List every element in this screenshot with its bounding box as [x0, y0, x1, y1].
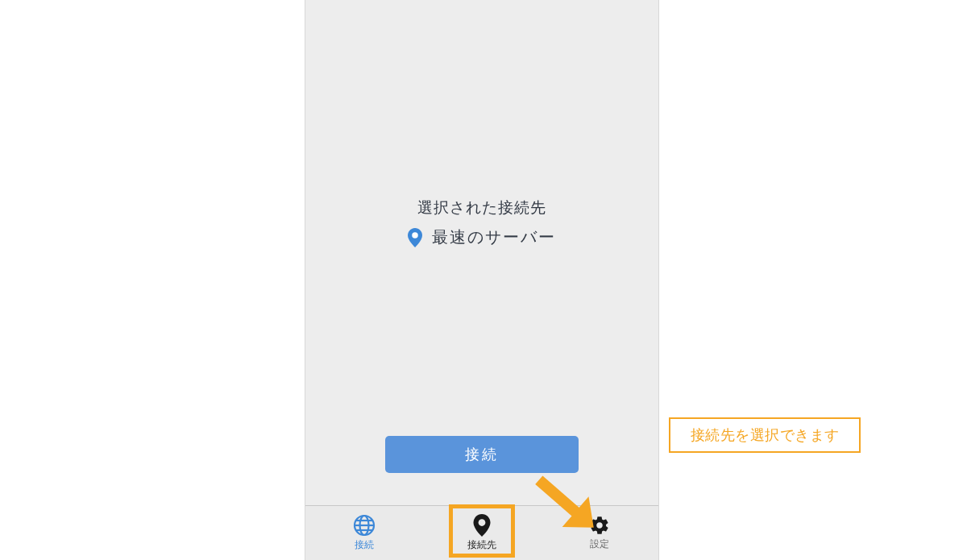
- tab-connect[interactable]: 接続: [330, 509, 399, 558]
- tab-bar: 接続 接続先 設定: [305, 505, 658, 560]
- server-name-text: 最速のサーバー: [432, 226, 556, 248]
- connect-button[interactable]: 接続: [385, 436, 579, 473]
- tab-destination[interactable]: 接続先: [447, 509, 517, 558]
- tab-connect-label: 接続: [355, 538, 374, 552]
- svg-point-0: [412, 232, 418, 239]
- annotation-callout: 接続先を選択できます: [669, 417, 861, 453]
- selected-destination-label: 選択された接続先: [417, 197, 546, 218]
- tab-settings[interactable]: 設定: [565, 509, 634, 558]
- selected-server-row[interactable]: 最速のサーバー: [408, 226, 556, 248]
- tab-destination-label: 接続先: [467, 538, 496, 552]
- annotation-callout-text: 接続先を選択できます: [691, 425, 840, 445]
- globe-icon: [353, 514, 376, 537]
- location-pin-icon: [473, 514, 491, 537]
- gear-icon: [589, 515, 610, 536]
- main-content: 選択された接続先 最速のサーバー: [305, 0, 658, 505]
- tab-settings-label: 設定: [590, 537, 609, 551]
- svg-point-6: [479, 519, 486, 526]
- phone-frame: 選択された接続先 最速のサーバー 接続 接続 接: [305, 0, 659, 560]
- location-pin-icon: [408, 228, 422, 247]
